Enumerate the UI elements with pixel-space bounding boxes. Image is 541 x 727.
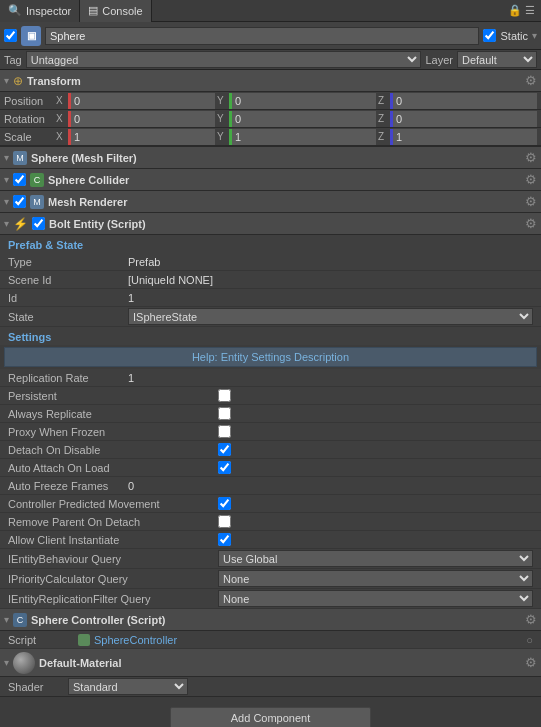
bolt-entity-header[interactable]: ▾ ⚡ Bolt Entity (Script) ⚙ — [0, 213, 541, 235]
pos-x-label: X — [56, 95, 66, 106]
help-banner[interactable]: Help: Entity Settings Description — [4, 347, 537, 367]
state-row: State ISphereState — [0, 307, 541, 327]
scene-id-value: [UniqueId NONE] — [128, 274, 533, 286]
object-row: ▣ Static ▾ — [0, 22, 541, 50]
proxy-frozen-checkbox[interactable] — [218, 425, 231, 438]
lock-icon[interactable]: 🔒 ☰ — [508, 4, 541, 17]
shader-select[interactable]: Standard — [68, 678, 188, 695]
tab-inspector-label: Inspector — [26, 5, 71, 17]
ipriority-select[interactable]: None — [218, 570, 533, 587]
persistent-label: Persistent — [8, 390, 218, 402]
proxy-frozen-row: Proxy When Frozen — [0, 423, 541, 441]
type-row: Type Prefab — [0, 253, 541, 271]
rotation-z-input[interactable] — [390, 111, 537, 127]
remove-parent-checkbox[interactable] — [218, 515, 231, 528]
allow-client-checkbox[interactable] — [218, 533, 231, 546]
prefab-state-title: Prefab & State — [0, 235, 541, 253]
tab-bar: 🔍 Inspector ▤ Console 🔒 ☰ — [0, 0, 541, 22]
mesh-filter-title: Sphere (Mesh Filter) — [31, 152, 521, 164]
object-active-checkbox[interactable] — [4, 29, 17, 42]
object-name-input[interactable] — [45, 27, 479, 45]
transform-settings-icon[interactable]: ⚙ — [525, 73, 537, 88]
auto-freeze-value: 0 — [128, 480, 533, 492]
scale-z-label: Z — [378, 131, 388, 142]
controller-script-row: Script SphereController ○ — [0, 631, 541, 649]
mesh-renderer-header[interactable]: ▾ M Mesh Renderer ⚙ — [0, 191, 541, 213]
remove-parent-row: Remove Parent On Detach — [0, 513, 541, 531]
auto-freeze-row: Auto Freeze Frames 0 — [0, 477, 541, 495]
controller-script-circle: ○ — [526, 634, 533, 646]
sphere-controller-chevron: ▾ — [4, 614, 9, 625]
default-material-settings-icon[interactable]: ⚙ — [525, 655, 537, 670]
persistent-checkbox[interactable] — [218, 389, 231, 402]
layer-select[interactable]: Default — [457, 51, 537, 68]
auto-freeze-label: Auto Freeze Frames — [8, 480, 128, 492]
position-axes: X Y Z — [56, 93, 537, 109]
scale-label: Scale — [4, 131, 56, 143]
rotation-axes: X Y Z — [56, 111, 537, 127]
scale-y-input[interactable] — [229, 129, 376, 145]
add-component-button[interactable]: Add Component — [170, 707, 372, 727]
mesh-renderer-checkbox[interactable] — [13, 195, 26, 208]
detach-disable-checkbox[interactable] — [218, 443, 231, 456]
scale-x-label: X — [56, 131, 66, 142]
state-select[interactable]: ISphereState — [128, 308, 533, 325]
rotation-x-input[interactable] — [68, 111, 215, 127]
mesh-renderer-settings-icon[interactable]: ⚙ — [525, 194, 537, 209]
sphere-collider-settings-icon[interactable]: ⚙ — [525, 172, 537, 187]
proxy-frozen-label: Proxy When Frozen — [8, 426, 218, 438]
sphere-collider-header[interactable]: ▾ C Sphere Collider ⚙ — [0, 169, 541, 191]
material-sphere-icon — [13, 652, 35, 674]
auto-attach-checkbox[interactable] — [218, 461, 231, 474]
controller-predicted-checkbox[interactable] — [218, 497, 231, 510]
rotation-label: Rotation — [4, 113, 56, 125]
position-z-input[interactable] — [390, 93, 537, 109]
tab-console[interactable]: ▤ Console — [80, 0, 151, 22]
type-label: Type — [8, 256, 128, 268]
bolt-entity-chevron: ▾ — [4, 218, 9, 229]
ireplication-select[interactable]: None — [218, 590, 533, 607]
always-replicate-checkbox[interactable] — [218, 407, 231, 420]
position-label: Position — [4, 95, 56, 107]
object-icon: ▣ — [21, 26, 41, 46]
script-dot-icon — [78, 634, 90, 646]
tag-select[interactable]: Untagged — [26, 51, 422, 68]
prefab-state-section: Prefab & State Type Prefab Scene Id [Uni… — [0, 235, 541, 327]
ipriority-row: IPriorityCalculator Query None — [0, 569, 541, 589]
scale-z-input[interactable] — [390, 129, 537, 145]
sphere-collider-checkbox[interactable] — [13, 173, 26, 186]
position-row: Position X Y Z — [0, 92, 541, 110]
controller-predicted-label: Controller Predicted Movement — [8, 498, 218, 510]
transform-icon: ⊕ — [13, 74, 23, 88]
rotation-y-input[interactable] — [229, 111, 376, 127]
bolt-entity-checkbox[interactable] — [32, 217, 45, 230]
scale-x-input[interactable] — [68, 129, 215, 145]
sphere-controller-settings-icon[interactable]: ⚙ — [525, 612, 537, 627]
scale-y-label: Y — [217, 131, 227, 142]
static-chevron[interactable]: ▾ — [532, 30, 537, 41]
sphere-controller-header[interactable]: ▾ C Sphere Controller (Script) ⚙ — [0, 609, 541, 631]
default-material-header[interactable]: ▾ Default-Material ⚙ — [0, 649, 541, 677]
mesh-filter-settings-icon[interactable]: ⚙ — [525, 150, 537, 165]
tab-inspector[interactable]: 🔍 Inspector — [0, 0, 80, 22]
transform-chevron: ▾ — [4, 75, 9, 86]
mesh-renderer-chevron: ▾ — [4, 196, 9, 207]
bolt-entity-settings-icon[interactable]: ⚙ — [525, 216, 537, 231]
shader-row: Shader Standard — [0, 677, 541, 697]
position-x-input[interactable] — [68, 93, 215, 109]
detach-disable-label: Detach On Disable — [8, 444, 218, 456]
transform-header[interactable]: ▾ ⊕ Transform ⚙ — [0, 70, 541, 92]
ientity-behaviour-select[interactable]: Use Global — [218, 550, 533, 567]
allow-client-row: Allow Client Instantiate — [0, 531, 541, 549]
sphere-controller-icon: C — [13, 613, 27, 627]
mesh-filter-header[interactable]: ▾ M Sphere (Mesh Filter) ⚙ — [0, 147, 541, 169]
ientity-behaviour-row: IEntityBehaviour Query Use Global — [0, 549, 541, 569]
position-y-input[interactable] — [229, 93, 376, 109]
rot-y-label: Y — [217, 113, 227, 124]
replication-rate-value: 1 — [128, 372, 533, 384]
pos-z-label: Z — [378, 95, 388, 106]
static-checkbox[interactable] — [483, 29, 496, 42]
always-replicate-label: Always Replicate — [8, 408, 218, 420]
ientity-behaviour-label: IEntityBehaviour Query — [8, 553, 218, 565]
pos-y-label: Y — [217, 95, 227, 106]
